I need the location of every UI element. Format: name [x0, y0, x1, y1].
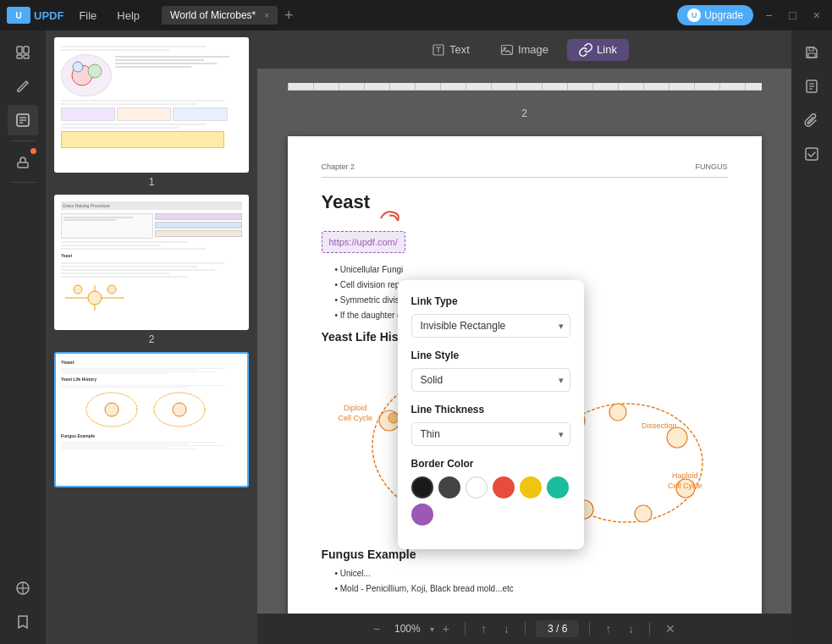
- svg-point-23: [173, 403, 186, 416]
- svg-rect-53: [806, 148, 818, 160]
- svg-point-14: [73, 62, 83, 72]
- thumbnail-image-1: [54, 37, 249, 173]
- prev-page-button[interactable]: ↑: [600, 619, 616, 639]
- add-tab-button[interactable]: +: [279, 7, 299, 25]
- bottom-divider-2: [525, 622, 526, 636]
- annotate-icon[interactable]: [8, 105, 38, 135]
- menu-help[interactable]: Help: [108, 8, 148, 24]
- next-page-button[interactable]: ↓: [623, 619, 639, 639]
- page-indicator: 3 / 6: [536, 620, 579, 637]
- title-bar-right: U Upgrade − □ ×: [677, 5, 825, 25]
- minimize-button[interactable]: −: [760, 7, 777, 24]
- color-swatch-white[interactable]: [466, 476, 488, 498]
- color-swatch-darkgray[interactable]: [438, 476, 460, 498]
- tab-title: World of Microbes*: [170, 9, 256, 21]
- bookmark-icon[interactable]: [8, 607, 38, 637]
- fungus-bullet-2: Mold - Penicillium, Koji, Black bread mo…: [335, 582, 728, 595]
- image-tool-button[interactable]: Image: [488, 39, 560, 61]
- app-logo: U UPDF: [7, 7, 63, 24]
- close-nav-button[interactable]: ✕: [660, 619, 680, 639]
- close-button[interactable]: ×: [808, 7, 825, 24]
- bullet-1: Unicellular Fungi: [335, 263, 728, 276]
- stamp-icon[interactable]: [8, 146, 38, 177]
- pdf-page: Chapter 2 FUNGUS Yeast https://updf.com/…: [288, 136, 762, 614]
- upgrade-button[interactable]: U Upgrade: [677, 5, 753, 25]
- diploid-label: DiploidCell Cycle: [339, 404, 373, 423]
- menu-file[interactable]: File: [70, 8, 105, 24]
- bottom-bar: − 100% ▾ + ↑ ↓ 3 / 6 ↑ ↓ ✕: [257, 614, 791, 644]
- link-type-select[interactable]: Invisible Rectangle Visible Rectangle: [411, 314, 570, 338]
- logo-icon: U: [7, 7, 30, 24]
- scroll-up-button[interactable]: ↑: [476, 619, 492, 639]
- line-thickness-select[interactable]: Thin Medium Thick: [411, 422, 570, 446]
- page-content: Chapter 2 FUNGUS Yeast https://updf.com/…: [288, 136, 762, 614]
- thumbnail-1[interactable]: 1: [52, 37, 251, 188]
- main-area: 1 Grass Raising Procedure: [0, 30, 832, 644]
- active-tab[interactable]: World of Microbes* ×: [162, 6, 278, 25]
- border-color-label: Border Color: [411, 456, 570, 471]
- link-tool-button[interactable]: Link: [567, 39, 629, 61]
- svg-rect-48: [809, 47, 813, 51]
- page-area[interactable]: 2 Chapter 2 FUNGUS Yeast https://updf: [257, 69, 791, 614]
- link-panel: Link Type Invisible Rectangle Visible Re…: [398, 280, 584, 549]
- fungus-bullet-1: Unicel...: [335, 567, 728, 580]
- page-heading: Yeast: [322, 188, 371, 216]
- thumbnail-label-1: 1: [149, 176, 155, 188]
- thumbnail-image-3: Yeast Yeast Life History: [54, 352, 249, 487]
- link-url-field[interactable]: https://updf.com/: [322, 231, 405, 254]
- color-swatch-black[interactable]: [411, 476, 433, 498]
- svg-point-30: [388, 413, 399, 423]
- color-swatches: [411, 476, 570, 526]
- bottom-divider-4: [649, 622, 650, 636]
- zoom-in-button[interactable]: +: [438, 619, 455, 639]
- divider-1: [10, 140, 36, 141]
- color-swatch-teal[interactable]: [547, 476, 569, 498]
- svg-point-19: [107, 285, 116, 294]
- tab-bar: World of Microbes* × +: [162, 6, 670, 25]
- line-style-select-wrapper: Solid Dashed Dotted: [411, 368, 570, 392]
- line-style-label: Line Style: [411, 348, 570, 363]
- haploid-label: HaploidCell Cycle: [668, 471, 703, 491]
- color-swatch-purple[interactable]: [411, 504, 433, 526]
- heading-row: Yeast: [322, 188, 728, 223]
- svg-rect-0: [17, 47, 22, 53]
- edit-icon[interactable]: [8, 71, 38, 102]
- dissection-label: Dissection: [642, 421, 677, 432]
- color-swatch-yellow[interactable]: [520, 476, 542, 498]
- svg-rect-1: [24, 47, 29, 53]
- layers-icon[interactable]: [8, 573, 38, 603]
- line-thickness-label: Line Thickness: [411, 402, 570, 417]
- thumbnail-label-2: 2: [149, 333, 155, 345]
- svg-point-22: [105, 403, 118, 416]
- menu-bar: File Help: [70, 8, 148, 24]
- user-avatar: U: [687, 8, 701, 22]
- zoom-out-button[interactable]: −: [368, 619, 385, 639]
- content-area: Text Image Link 2: [257, 30, 791, 644]
- attach-icon[interactable]: [796, 105, 827, 135]
- svg-point-18: [74, 285, 82, 294]
- zoom-dropdown-icon[interactable]: ▾: [430, 625, 434, 634]
- svg-point-38: [635, 505, 652, 522]
- text-tool-button[interactable]: Text: [420, 39, 482, 61]
- thumbnail-3[interactable]: Yeast Yeast Life History: [52, 352, 251, 508]
- yeast-icon: [377, 206, 402, 223]
- link-type-label: Link Type: [411, 294, 570, 309]
- save-icon[interactable]: [796, 37, 827, 68]
- color-swatch-red[interactable]: [493, 476, 515, 498]
- line-thickness-select-wrapper: Thin Medium Thick: [411, 422, 570, 446]
- window-controls: − □ ×: [760, 7, 825, 24]
- maximize-button[interactable]: □: [784, 7, 801, 24]
- badge-dot: [30, 148, 36, 154]
- tab-close-icon[interactable]: ×: [264, 11, 269, 20]
- line-style-select[interactable]: Solid Dashed Dotted: [411, 368, 570, 392]
- border-color-section: Border Color: [411, 456, 570, 526]
- pdf-icon[interactable]: [796, 71, 827, 102]
- left-sidebar: [0, 30, 46, 644]
- check-icon[interactable]: [796, 139, 827, 169]
- scroll-down-button[interactable]: ↓: [499, 619, 515, 639]
- thumbnail-2[interactable]: Grass Raising Procedure: [52, 195, 251, 345]
- title-bar: U UPDF File Help World of Microbes* × + …: [0, 0, 832, 30]
- pages-icon[interactable]: [8, 37, 38, 68]
- line-style-section: Line Style Solid Dashed Dotted: [411, 348, 570, 392]
- svg-rect-2: [17, 55, 22, 58]
